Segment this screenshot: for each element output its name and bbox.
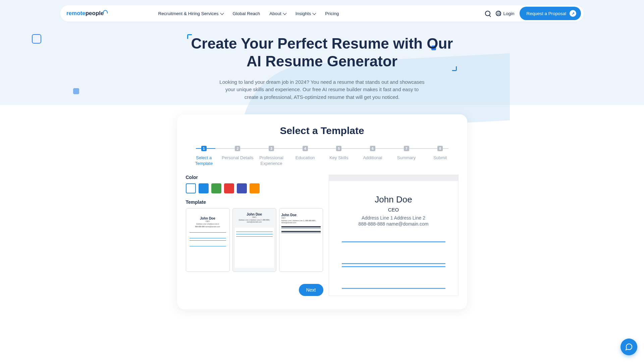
preview-divider: [342, 288, 445, 289]
template-name: John Doe: [281, 213, 321, 217]
step-label: Additional: [356, 155, 390, 161]
template-contact: 888-888-888 name@domain.com: [188, 226, 227, 228]
color-swatch-blue[interactable]: [199, 183, 209, 193]
nav-label: Recruitment & Hiring Services: [158, 11, 218, 16]
step-2[interactable]: 2Personal Details: [221, 146, 255, 167]
nav-label: Insights: [296, 11, 311, 16]
step-label: Key Skills: [322, 155, 356, 161]
step-number: 2: [235, 146, 240, 151]
progress-stepper: 1Select a Template 2Personal Details 3Pr…: [186, 146, 459, 167]
nav-insights[interactable]: Insights: [296, 11, 316, 16]
step-number: 5: [336, 146, 341, 151]
color-section-label: Color: [186, 175, 323, 180]
template-role: CEO: [188, 220, 227, 222]
chevron-down-icon: [220, 11, 224, 15]
page-title: Create Your Perfect Resume with Our AI R…: [191, 35, 453, 70]
resume-builder-card: Select a Template 1Select a Template 2Pe…: [177, 114, 467, 309]
site-header: remotepeople Recruitment & Hiring Servic…: [60, 5, 584, 21]
step-label: Summary: [389, 155, 423, 161]
step-7[interactable]: 7Summary: [389, 146, 423, 167]
step-number: 8: [437, 146, 443, 151]
logo-arc-icon: [103, 10, 108, 13]
template-name: John Doe: [235, 213, 274, 216]
step-label: Personal Details: [221, 155, 255, 161]
template-option-1[interactable]: John Doe CEO Address Line 1 Address Line…: [186, 208, 230, 272]
title-line-1: Create Your Perfect Resume with Our: [191, 35, 453, 52]
step-label: Select a Template: [187, 155, 221, 167]
template-option-3[interactable]: John Doe CEO Address Line 1 Address Line…: [279, 208, 323, 272]
login-label: Login: [503, 11, 514, 16]
step-6[interactable]: 6Additional: [356, 146, 390, 167]
arrow-up-right-icon: ↗: [570, 10, 576, 17]
step-5[interactable]: 5Key Skills: [322, 146, 356, 167]
preview-divider: [342, 241, 445, 242]
step-3[interactable]: 3Professional Experience: [255, 146, 288, 167]
nav-recruitment[interactable]: Recruitment & Hiring Services: [158, 11, 223, 16]
color-swatch-white[interactable]: [186, 183, 196, 193]
logo-word-1: remote: [66, 10, 86, 17]
preview-divider: [342, 263, 445, 264]
template-address: Address Line 1 Address Line 2 | 888-888 …: [235, 219, 274, 223]
color-swatch-red[interactable]: [224, 183, 234, 193]
hero-subtitle: Looking to land your dream job in 2024? …: [218, 78, 426, 101]
bracket-decoration-icon: [187, 34, 192, 39]
search-icon[interactable]: [485, 11, 490, 16]
nav-label: Pricing: [325, 11, 339, 16]
person-icon: [496, 11, 501, 16]
builder-controls: Color Template John Doe CEO Address Line…: [186, 175, 323, 296]
template-grid: John Doe CEO Address Line 1 Address Line…: [186, 208, 323, 272]
step-number: 3: [269, 146, 274, 151]
chevron-down-icon: [283, 11, 286, 15]
chevron-down-icon: [313, 11, 316, 15]
step-number: 4: [303, 146, 308, 151]
preview-content: John Doe CEO Address Line 1 Address Line…: [329, 181, 458, 294]
template-address: Address Line 1 Address Line 2 | 888-888-…: [281, 220, 321, 224]
primary-nav: Recruitment & Hiring Services Global Rea…: [158, 11, 339, 16]
step-label: Education: [288, 155, 322, 161]
template-role: CEO: [281, 217, 321, 219]
brand-logo[interactable]: remotepeople: [66, 10, 108, 17]
nav-about[interactable]: About: [269, 11, 286, 16]
template-name: John Doe: [188, 217, 227, 220]
step-number: 6: [370, 146, 375, 151]
hero-section: Create Your Perfect Resume with Our AI R…: [0, 35, 644, 101]
step-label: Professional Experience: [255, 155, 288, 167]
chat-widget-button[interactable]: [621, 339, 637, 355]
chat-icon: [625, 343, 633, 351]
login-link[interactable]: Login: [496, 11, 514, 16]
template-section-label: Template: [186, 199, 323, 205]
template-role: CEO: [235, 216, 274, 218]
nav-global-reach[interactable]: Global Reach: [233, 11, 260, 16]
step-number: 1: [201, 146, 207, 151]
card-title: Select a Template: [186, 125, 459, 136]
color-swatch-indigo[interactable]: [237, 183, 247, 193]
step-1[interactable]: 1Select a Template: [187, 146, 221, 167]
logo-word-2: people: [86, 10, 104, 17]
preview-top-bar: [329, 175, 458, 181]
color-picker: [186, 183, 323, 193]
color-swatch-green[interactable]: [211, 183, 221, 193]
title-line-2: AI Resume Generator: [247, 53, 397, 69]
resume-preview: John Doe CEO Address Line 1 Address Line…: [329, 175, 459, 296]
step-4[interactable]: 4Education: [288, 146, 322, 167]
preview-name: John Doe: [342, 194, 445, 205]
step-number: 7: [404, 146, 409, 151]
nav-pricing[interactable]: Pricing: [325, 11, 339, 16]
nav-label: About: [269, 11, 281, 16]
color-swatch-orange[interactable]: [250, 183, 260, 193]
bracket-decoration-icon: [452, 66, 457, 71]
header-actions: Login Request a Proposal ↗: [485, 7, 581, 20]
step-label: Submit: [423, 155, 457, 161]
nav-label: Global Reach: [233, 11, 260, 16]
next-button[interactable]: Next: [299, 284, 323, 296]
preview-contact: 888-888-888 name@domain.com: [342, 221, 445, 227]
builder-body: Color Template John Doe CEO Address Line…: [186, 175, 459, 296]
preview-role: CEO: [342, 207, 445, 213]
request-proposal-button[interactable]: Request a Proposal ↗: [520, 7, 581, 20]
step-8[interactable]: 8Submit: [423, 146, 457, 167]
template-option-2[interactable]: John Doe CEO Address Line 1 Address Line…: [232, 208, 276, 272]
template-address: Address Line 1 Address Line 2: [188, 223, 227, 225]
preview-divider: [342, 266, 445, 267]
preview-address: Address Line 1 Address Line 2: [342, 215, 445, 221]
cta-label: Request a Proposal: [526, 11, 566, 16]
